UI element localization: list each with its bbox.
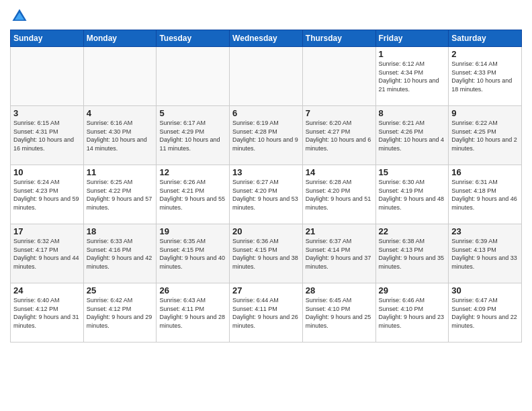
week-row-4: 24Sunrise: 6:40 AM Sunset: 4:12 PM Dayli… bbox=[11, 283, 522, 342]
week-row-1: 3Sunrise: 6:15 AM Sunset: 4:31 PM Daylig… bbox=[11, 106, 522, 165]
day-cell: 16Sunrise: 6:31 AM Sunset: 4:18 PM Dayli… bbox=[449, 165, 522, 224]
day-info: Sunrise: 6:37 AM Sunset: 4:14 PM Dayligh… bbox=[306, 237, 373, 271]
day-info: Sunrise: 6:40 AM Sunset: 4:12 PM Dayligh… bbox=[13, 296, 81, 330]
day-cell: 3Sunrise: 6:15 AM Sunset: 4:31 PM Daylig… bbox=[11, 106, 84, 165]
day-info: Sunrise: 6:27 AM Sunset: 4:20 PM Dayligh… bbox=[232, 178, 300, 212]
day-number: 7 bbox=[306, 108, 373, 118]
day-cell: 17Sunrise: 6:32 AM Sunset: 4:17 PM Dayli… bbox=[11, 224, 84, 283]
week-row-3: 17Sunrise: 6:32 AM Sunset: 4:17 PM Dayli… bbox=[11, 224, 522, 283]
day-cell: 22Sunrise: 6:38 AM Sunset: 4:13 PM Dayli… bbox=[375, 224, 449, 283]
day-cell: 9Sunrise: 6:22 AM Sunset: 4:25 PM Daylig… bbox=[449, 106, 522, 165]
day-number: 13 bbox=[232, 167, 300, 177]
day-info: Sunrise: 6:17 AM Sunset: 4:29 PM Dayligh… bbox=[159, 119, 226, 152]
weekday-wednesday: Wednesday bbox=[230, 30, 303, 47]
day-cell: 25Sunrise: 6:42 AM Sunset: 4:12 PM Dayli… bbox=[83, 283, 157, 342]
weekday-thursday: Thursday bbox=[302, 30, 375, 47]
day-number: 16 bbox=[451, 167, 519, 177]
day-cell: 15Sunrise: 6:30 AM Sunset: 4:19 PM Dayli… bbox=[375, 165, 449, 224]
day-cell: 5Sunrise: 6:17 AM Sunset: 4:29 PM Daylig… bbox=[157, 106, 230, 165]
day-number: 1 bbox=[379, 49, 446, 59]
weekday-friday: Friday bbox=[375, 30, 449, 47]
day-info: Sunrise: 6:19 AM Sunset: 4:28 PM Dayligh… bbox=[232, 119, 300, 152]
day-info: Sunrise: 6:33 AM Sunset: 4:16 PM Dayligh… bbox=[87, 237, 154, 271]
day-cell bbox=[11, 47, 84, 106]
page-container: SundayMondayTuesdayWednesdayThursdayFrid… bbox=[0, 0, 532, 346]
day-number: 25 bbox=[87, 285, 154, 295]
day-number: 4 bbox=[87, 108, 154, 118]
day-cell: 19Sunrise: 6:35 AM Sunset: 4:15 PM Dayli… bbox=[157, 224, 230, 283]
calendar-table: SundayMondayTuesdayWednesdayThursdayFrid… bbox=[10, 30, 522, 342]
day-cell: 4Sunrise: 6:16 AM Sunset: 4:30 PM Daylig… bbox=[83, 106, 157, 165]
day-number: 6 bbox=[232, 108, 300, 118]
day-number: 11 bbox=[87, 167, 154, 177]
logo-icon bbox=[10, 7, 29, 26]
day-cell: 24Sunrise: 6:40 AM Sunset: 4:12 PM Dayli… bbox=[11, 283, 84, 342]
day-info: Sunrise: 6:25 AM Sunset: 4:22 PM Dayligh… bbox=[87, 178, 154, 212]
day-info: Sunrise: 6:31 AM Sunset: 4:18 PM Dayligh… bbox=[451, 178, 519, 212]
day-cell: 23Sunrise: 6:39 AM Sunset: 4:13 PM Dayli… bbox=[449, 224, 522, 283]
day-cell: 6Sunrise: 6:19 AM Sunset: 4:28 PM Daylig… bbox=[230, 106, 303, 165]
day-cell: 7Sunrise: 6:20 AM Sunset: 4:27 PM Daylig… bbox=[302, 106, 375, 165]
day-number: 30 bbox=[451, 285, 519, 295]
calendar-body: 1Sunrise: 6:12 AM Sunset: 4:34 PM Daylig… bbox=[11, 47, 522, 342]
day-info: Sunrise: 6:44 AM Sunset: 4:11 PM Dayligh… bbox=[232, 296, 300, 330]
day-info: Sunrise: 6:47 AM Sunset: 4:09 PM Dayligh… bbox=[451, 296, 519, 330]
day-info: Sunrise: 6:45 AM Sunset: 4:10 PM Dayligh… bbox=[306, 296, 373, 330]
day-number: 3 bbox=[13, 108, 81, 118]
day-number: 29 bbox=[379, 285, 446, 295]
day-cell: 12Sunrise: 6:26 AM Sunset: 4:21 PM Dayli… bbox=[157, 165, 230, 224]
day-number: 21 bbox=[306, 226, 373, 236]
weekday-sunday: Sunday bbox=[11, 30, 84, 47]
day-number: 15 bbox=[379, 167, 446, 177]
day-number: 20 bbox=[232, 226, 300, 236]
day-cell: 11Sunrise: 6:25 AM Sunset: 4:22 PM Dayli… bbox=[83, 165, 157, 224]
day-info: Sunrise: 6:42 AM Sunset: 4:12 PM Dayligh… bbox=[87, 296, 154, 330]
day-cell: 26Sunrise: 6:43 AM Sunset: 4:11 PM Dayli… bbox=[157, 283, 230, 342]
day-info: Sunrise: 6:14 AM Sunset: 4:33 PM Dayligh… bbox=[451, 60, 519, 93]
day-info: Sunrise: 6:26 AM Sunset: 4:21 PM Dayligh… bbox=[159, 178, 226, 212]
day-cell: 18Sunrise: 6:33 AM Sunset: 4:16 PM Dayli… bbox=[83, 224, 157, 283]
day-info: Sunrise: 6:22 AM Sunset: 4:25 PM Dayligh… bbox=[451, 119, 519, 152]
day-number: 18 bbox=[87, 226, 154, 236]
day-number: 12 bbox=[159, 167, 226, 177]
day-number: 10 bbox=[13, 167, 81, 177]
day-info: Sunrise: 6:39 AM Sunset: 4:13 PM Dayligh… bbox=[451, 237, 519, 271]
day-number: 2 bbox=[451, 49, 519, 59]
day-info: Sunrise: 6:32 AM Sunset: 4:17 PM Dayligh… bbox=[13, 237, 81, 271]
day-cell: 21Sunrise: 6:37 AM Sunset: 4:14 PM Dayli… bbox=[302, 224, 375, 283]
day-cell: 10Sunrise: 6:24 AM Sunset: 4:23 PM Dayli… bbox=[11, 165, 84, 224]
day-info: Sunrise: 6:38 AM Sunset: 4:13 PM Dayligh… bbox=[379, 237, 446, 271]
day-info: Sunrise: 6:12 AM Sunset: 4:34 PM Dayligh… bbox=[379, 60, 446, 93]
day-number: 19 bbox=[159, 226, 226, 236]
day-info: Sunrise: 6:20 AM Sunset: 4:27 PM Dayligh… bbox=[306, 119, 373, 152]
day-info: Sunrise: 6:36 AM Sunset: 4:15 PM Dayligh… bbox=[232, 237, 300, 271]
day-info: Sunrise: 6:15 AM Sunset: 4:31 PM Dayligh… bbox=[13, 119, 81, 152]
day-cell: 28Sunrise: 6:45 AM Sunset: 4:10 PM Dayli… bbox=[302, 283, 375, 342]
day-cell: 1Sunrise: 6:12 AM Sunset: 4:34 PM Daylig… bbox=[375, 47, 449, 106]
day-cell: 14Sunrise: 6:28 AM Sunset: 4:20 PM Dayli… bbox=[302, 165, 375, 224]
weekday-monday: Monday bbox=[83, 30, 157, 47]
day-cell: 2Sunrise: 6:14 AM Sunset: 4:33 PM Daylig… bbox=[449, 47, 522, 106]
day-number: 28 bbox=[306, 285, 373, 295]
header bbox=[10, 7, 522, 26]
day-number: 5 bbox=[159, 108, 226, 118]
week-row-0: 1Sunrise: 6:12 AM Sunset: 4:34 PM Daylig… bbox=[11, 47, 522, 106]
day-number: 22 bbox=[379, 226, 446, 236]
day-number: 8 bbox=[379, 108, 446, 118]
day-number: 27 bbox=[232, 285, 300, 295]
day-cell: 20Sunrise: 6:36 AM Sunset: 4:15 PM Dayli… bbox=[230, 224, 303, 283]
day-info: Sunrise: 6:43 AM Sunset: 4:11 PM Dayligh… bbox=[159, 296, 226, 330]
day-info: Sunrise: 6:35 AM Sunset: 4:15 PM Dayligh… bbox=[159, 237, 226, 271]
weekday-tuesday: Tuesday bbox=[157, 30, 230, 47]
day-number: 23 bbox=[451, 226, 519, 236]
week-row-2: 10Sunrise: 6:24 AM Sunset: 4:23 PM Dayli… bbox=[11, 165, 522, 224]
day-info: Sunrise: 6:30 AM Sunset: 4:19 PM Dayligh… bbox=[379, 178, 446, 212]
day-number: 14 bbox=[306, 167, 373, 177]
day-number: 17 bbox=[13, 226, 81, 236]
day-cell bbox=[302, 47, 375, 106]
day-number: 26 bbox=[159, 285, 226, 295]
day-info: Sunrise: 6:24 AM Sunset: 4:23 PM Dayligh… bbox=[13, 178, 81, 212]
logo bbox=[10, 7, 32, 26]
day-info: Sunrise: 6:28 AM Sunset: 4:20 PM Dayligh… bbox=[306, 178, 373, 212]
day-cell: 30Sunrise: 6:47 AM Sunset: 4:09 PM Dayli… bbox=[449, 283, 522, 342]
